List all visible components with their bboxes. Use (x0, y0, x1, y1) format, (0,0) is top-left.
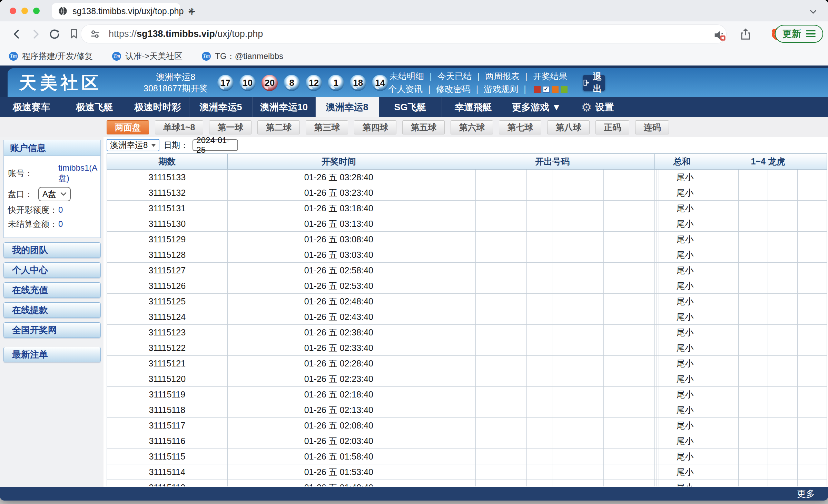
header-link[interactable]: 未结明细 (390, 70, 424, 83)
sum-cell: 尾小 (661, 387, 709, 402)
bookmark-item[interactable]: TmTG：@tianmeibbs (202, 51, 283, 62)
dragon-cell (739, 356, 768, 371)
nav-tab[interactable]: SG飞艇 (379, 97, 442, 117)
col-dragon: 1~4 龙虎 (709, 154, 827, 170)
nav-tab[interactable]: 极速赛车 (0, 97, 63, 117)
number-cell (450, 418, 475, 433)
subnav-button[interactable]: 两面盘 (107, 120, 149, 134)
reload-button[interactable] (48, 27, 61, 41)
dragon-cell (797, 201, 827, 216)
nav-tab[interactable]: 澳洲幸运5 (189, 97, 253, 117)
date-input[interactable]: 2024-01-25 (193, 139, 238, 151)
nav-settings[interactable]: ⚙ 设置 (568, 97, 627, 117)
url-text: https://sg138.timibbs.vip/uxj/top.php (109, 29, 263, 39)
more-link[interactable]: 更多 (797, 488, 815, 500)
theme-check-square[interactable]: ✓ (543, 86, 550, 93)
time-cell: 01-26 五 02:03:40 (227, 433, 450, 449)
issue-cell: 31115125 (107, 294, 228, 309)
nav-tab[interactable]: 澳洲幸运10 (253, 97, 316, 117)
dragon-cell (797, 247, 827, 263)
browser-update-menu-button[interactable]: 更新 (775, 25, 823, 43)
header-link[interactable]: 游戏规则 (484, 83, 518, 95)
bookmark-item[interactable]: Tm程序搭建/开发/修复 (9, 51, 93, 62)
number-cell (578, 185, 603, 201)
dragon-cell (768, 325, 797, 340)
subnav-button[interactable]: 第七球 (499, 120, 541, 134)
header-link[interactable]: 开奖结果 (533, 70, 568, 83)
number-cell (476, 402, 501, 418)
browser-window: sg138.timibbs.vip/uxj/top.php × + (0, 0, 828, 501)
nav-tab[interactable]: 更多游戏 ▼ (505, 97, 568, 117)
sum-cell: 尾小 (661, 278, 709, 294)
time-cell: 01-26 五 03:18:40 (227, 201, 450, 216)
bookmark-icon[interactable] (68, 28, 80, 40)
issue-cell: 31115131 (107, 201, 228, 216)
number-cell (501, 185, 527, 201)
subnav-button[interactable]: 第八球 (547, 120, 590, 134)
theme-color-square[interactable] (561, 86, 568, 93)
nav-tab[interactable]: 极速飞艇 (63, 97, 126, 117)
theme-color-square[interactable] (552, 86, 559, 93)
header-link[interactable]: 今天已结 (437, 70, 472, 83)
subnav-button[interactable]: 第三球 (306, 120, 348, 134)
theme-color-square[interactable] (534, 86, 541, 93)
time-cell: 01-26 五 02:33:40 (227, 340, 450, 356)
table-row: 31115126 01-26 五 02:53:40 尾小 (107, 278, 827, 294)
logout-button[interactable]: 退出 (583, 75, 605, 91)
account-row-user: 账号： timibbs1(A盘) (8, 163, 96, 184)
subnav-button[interactable]: 第二球 (257, 120, 300, 134)
sidebar-menu-item[interactable]: 在线提款 (3, 302, 101, 318)
header-link[interactable]: 个人资讯 (388, 83, 423, 95)
number-cell (629, 201, 654, 216)
tune-icon[interactable] (89, 28, 101, 40)
number-cell (450, 387, 475, 402)
minimize-window-button[interactable] (21, 8, 28, 14)
header-link[interactable]: 两周报表 (485, 70, 520, 83)
lottery-select[interactable]: 澳洲幸运8 (107, 139, 159, 151)
share-icon[interactable] (739, 28, 752, 41)
sidebar-menu-item[interactable]: 全国开奖网 (3, 322, 101, 338)
header-link[interactable]: 修改密码 (436, 83, 471, 95)
link-separator: | (423, 83, 436, 95)
subnav-button[interactable]: 单球1~8 (155, 120, 203, 134)
tab-search-chevron-icon[interactable] (808, 6, 818, 17)
plate-select[interactable]: A盘 (38, 187, 71, 201)
url-bar[interactable]: https://sg138.timibbs.vip/uxj/top.php (81, 25, 726, 43)
sidebar-menu-item[interactable]: 最新注单 (3, 347, 101, 362)
dragon-cell (709, 340, 739, 356)
subnav-button[interactable]: 第四球 (354, 120, 396, 134)
subnav-button[interactable]: 正码 (595, 120, 629, 134)
mute-icon[interactable] (712, 28, 726, 42)
sidebar-menu-item[interactable]: 个人中心 (3, 262, 101, 278)
browser-tab[interactable]: sg138.timibbs.vip/uxj/top.php × (52, 3, 180, 19)
dragon-cell (797, 263, 827, 278)
number-cell (450, 309, 475, 325)
subnav-button[interactable]: 第六球 (451, 120, 493, 134)
sidebar-menu-item[interactable]: 我的团队 (3, 242, 101, 258)
number-cell (501, 340, 527, 356)
bookmark-item[interactable]: Tm认准->天美社区 (112, 51, 183, 62)
number-cell (629, 278, 654, 294)
header-links: 未结明细|今天已结|两周报表|开奖结果 个人资讯|修改密码|游戏规则|✓ (388, 70, 568, 95)
back-button[interactable] (10, 28, 23, 41)
maximize-window-button[interactable] (33, 8, 40, 14)
new-tab-button[interactable]: + (188, 4, 196, 19)
nav-tab[interactable]: 幸運飛艇 (442, 97, 505, 117)
dragon-cell (768, 294, 797, 309)
forward-button[interactable] (29, 28, 42, 41)
number-cell (501, 216, 527, 232)
subnav-button[interactable]: 第五球 (402, 120, 445, 134)
nav-tab[interactable]: 极速时时彩 (126, 97, 189, 117)
close-window-button[interactable] (10, 8, 16, 14)
dragon-cell (797, 480, 827, 487)
nav-tab[interactable]: 澳洲幸运8 (316, 97, 379, 117)
sidebar-menu-item[interactable]: 在线充值 (3, 282, 101, 298)
drawn-balls: 17102081211814 (217, 75, 388, 91)
number-cell (578, 309, 603, 325)
dragon-cell (768, 480, 797, 487)
time-cell: 01-26 五 02:18:40 (227, 387, 450, 402)
time-cell: 01-26 五 03:28:40 (227, 170, 450, 185)
issue-cell: 31115127 (107, 263, 228, 278)
subnav-button[interactable]: 第一球 (209, 120, 252, 134)
subnav-button[interactable]: 连码 (635, 120, 669, 134)
